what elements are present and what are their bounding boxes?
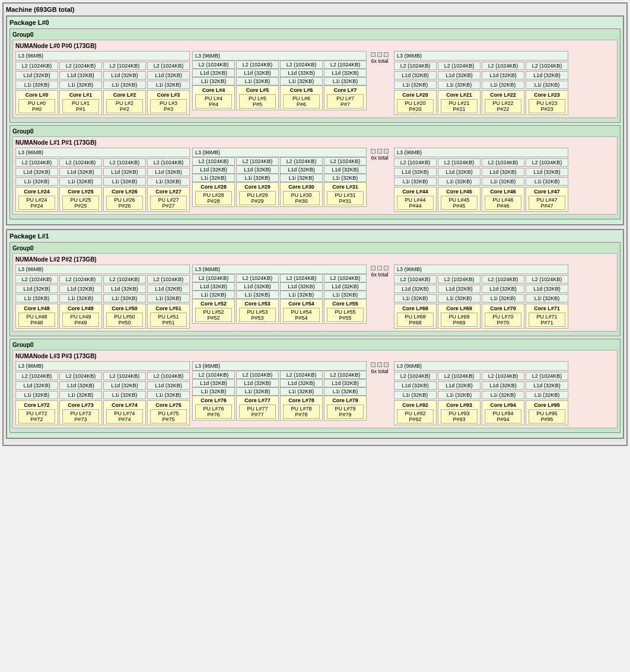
machine-box: Machine (693GB total) Package L#0 Group0… (2, 2, 628, 446)
numa-node-3-content: L3 (96MB) L2 (1024KB)L2 (1024KB)L2 (1024… (15, 361, 615, 425)
mid-cache-group-1: L3 (96MB) L2 (1024KB)L2 (1024KB)L2 (1024… (192, 148, 392, 207)
l1d-0: L1d (32KB) (15, 71, 58, 79)
pu-l20: PU L#20P#20 (397, 99, 434, 113)
l1d-22: L1d (32KB) (482, 71, 524, 79)
pu-l4: PU L#4P#4 (195, 94, 232, 109)
numa-node-3: NUMANode L#3 P#3 (173GB) L3 (96MB) L2 (1… (12, 350, 618, 428)
numa-node-3-title: NUMANode L#3 P#3 (173GB) (15, 353, 615, 359)
left-l2-row-0: L2 (1024KB) L2 (1024KB) L2 (1024KB) L2 (… (15, 62, 190, 70)
mid-l1i-row-0: L1i (32KB) L1i (32KB) L1i (32KB) L1i (32… (192, 77, 367, 85)
left-l1i-row-0: L1i (32KB) L1i (32KB) L1i (32KB) L1i (32… (15, 81, 190, 89)
core-l22: Core L#22PU L#22P#22 (482, 90, 524, 115)
pu-l23: PU L#23P#23 (529, 99, 565, 113)
l1i-6: L1i (32KB) (280, 77, 323, 85)
l1d-7: L1d (32KB) (324, 69, 367, 77)
l2-23: L2 (1024KB) (526, 62, 568, 70)
group0-numa3: Group0 NUMANode L#3 P#3 (173GB) L3 (96MB… (9, 339, 621, 433)
left-cache-group-1: L3 (96MB) L2 (1024KB)L2 (1024KB)L2 (1024… (15, 148, 190, 212)
numa-node-0-title: NUMANode L#0 P#0 (173GB) (15, 43, 615, 49)
mid-indicator-3: 6x total (368, 361, 392, 374)
l1i-23: L1i (32KB) (526, 81, 568, 89)
core-l5: Core L#5PU L#5P#5 (236, 85, 279, 110)
package-l0-title: Package L#0 (9, 19, 621, 26)
mid-l2-row-0: L2 (1024KB) L2 (1024KB) L2 (1024KB) L2 (… (192, 60, 367, 69)
group0-numa1: Group0 NUMANode L#1 P#1 (173GB) L3 (96MB… (9, 125, 621, 219)
l1d-6: L1d (32KB) (280, 69, 323, 77)
right-l2-row-0: L2 (1024KB) L2 (1024KB) L2 (1024KB) L2 (… (394, 62, 568, 70)
group0-label-3: Group0 (12, 342, 618, 348)
l1i-7: L1i (32KB) (324, 77, 367, 85)
numa-node-2-content: L3 (96MB) L2 (1024KB)L2 (1024KB)L2 (1024… (15, 265, 615, 329)
left-cache-group-0: L3 (96MB) L2 (1024KB) L2 (1024KB) L2 (10… (15, 51, 190, 115)
numa-node-1-title: NUMANode L#1 P#1 (173GB) (15, 139, 615, 146)
package-l0: Package L#0 Group0 NUMANode L#0 P#0 (173… (6, 15, 624, 225)
core-l20: Core L#20PU L#20P#20 (394, 90, 437, 115)
pu-l7: PU L#7P#7 (327, 94, 364, 109)
numa-node-0: NUMANode L#0 P#0 (173GB) L3 (96MB) L2 (1… (12, 40, 618, 118)
l2-22: L2 (1024KB) (482, 62, 524, 70)
core-l6: Core L#6PU L#6P#6 (280, 85, 323, 110)
package-l1-title: Package L#1 (9, 233, 621, 240)
pu-l3: PU L#3P#3 (150, 99, 187, 113)
l1d-20: L1d (32KB) (394, 71, 437, 79)
core-l21: Core L#21PU L#21P#21 (438, 90, 481, 115)
core-l0: Core L#0PU L#0P#0 (15, 90, 58, 115)
pu-l0: PU L#0P#0 (18, 99, 55, 113)
l1d-5: L1d (32KB) (236, 69, 279, 77)
l1d-1: L1d (32KB) (59, 71, 102, 79)
pu-l21: PU L#21P#21 (441, 99, 478, 113)
l2-20: L2 (1024KB) (394, 62, 437, 70)
dots-label-0: 6x total (371, 58, 388, 64)
l1i-22: L1i (32KB) (482, 81, 524, 89)
l2-2: L2 (1024KB) (103, 62, 146, 70)
pu-l2: PU L#2P#2 (106, 99, 143, 113)
numa-node-1-content: L3 (96MB) L2 (1024KB)L2 (1024KB)L2 (1024… (15, 148, 615, 212)
l1d-2: L1d (32KB) (103, 71, 146, 79)
l1i-4: L1i (32KB) (192, 77, 235, 85)
l1i-20: L1i (32KB) (394, 81, 437, 89)
dot-2 (377, 52, 382, 57)
core-l1: Core L#1PU L#1P#1 (59, 90, 102, 115)
l2-6: L2 (1024KB) (280, 60, 323, 69)
package-l1: Package L#1 Group0 NUMANode L#2 P#2 (173… (6, 229, 624, 439)
right-cache-group-3: L3 (96MB) L2 (1024KB)L2 (1024KB)L2 (1024… (394, 361, 568, 425)
l2-5: L2 (1024KB) (236, 60, 279, 69)
mid-l3-0: L3 (96MB) (192, 51, 367, 60)
l1i-3: L1i (32KB) (147, 81, 190, 89)
group0-label-1: Group0 (12, 128, 618, 135)
l2-1: L2 (1024KB) (59, 62, 102, 70)
group0-numa2: Group0 NUMANode L#2 P#2 (173GB) L3 (96MB… (9, 242, 621, 336)
l2-3: L2 (1024KB) (147, 62, 190, 70)
core-l7: Core L#7PU L#7P#7 (324, 85, 367, 110)
right-cache-group-0: L3 (96MB) L2 (1024KB) L2 (1024KB) L2 (10… (394, 51, 568, 115)
left-l1d-row-0: L1d (32KB) L1d (32KB) L1d (32KB) L1d (32… (15, 71, 190, 79)
left-l3-1: L3 (96MB) (15, 148, 190, 157)
core-l3: Core L#3PU L#3P#3 (147, 90, 190, 115)
right-core-row-0: Core L#20PU L#20P#20 Core L#21PU L#21P#2… (394, 90, 568, 115)
left-cache-group-3: L3 (96MB) L2 (1024KB)L2 (1024KB)L2 (1024… (15, 361, 190, 425)
pu-l5: PU L#5P#5 (239, 94, 276, 109)
group0-label-2: Group0 (12, 245, 618, 251)
pu-l1: PU L#1P#1 (62, 99, 99, 113)
l1i-1: L1i (32KB) (59, 81, 102, 89)
pu-l22: PU L#22P#22 (485, 99, 521, 113)
l2-0: L2 (1024KB) (15, 62, 58, 70)
core-l23: Core L#23PU L#23P#23 (526, 90, 568, 115)
mid-cache-group-2: L3 (96MB) L2 (1024KB)L2 (1024KB)L2 (1024… (192, 265, 392, 324)
right-cache-group-2: L3 (96MB) L2 (1024KB)L2 (1024KB)L2 (1024… (394, 265, 568, 329)
l2-4: L2 (1024KB) (192, 60, 235, 69)
left-l3-0: L3 (96MB) (15, 51, 190, 60)
mid-cache-group-0: L3 (96MB) L2 (1024KB) L2 (1024KB) L2 (10… (192, 51, 392, 110)
right-l1i-row-0: L1i (32KB) L1i (32KB) L1i (32KB) L1i (32… (394, 81, 568, 89)
mid-l1d-row-0: L1d (32KB) L1d (32KB) L1d (32KB) L1d (32… (192, 69, 367, 77)
numa-node-0-content: L3 (96MB) L2 (1024KB) L2 (1024KB) L2 (10… (15, 51, 615, 115)
group0-label: Group0 (12, 31, 618, 38)
l1d-4: L1d (32KB) (192, 69, 235, 77)
numa-node-1: NUMANode L#1 P#1 (173GB) L3 (96MB) L2 (1… (12, 136, 618, 215)
l1i-0: L1i (32KB) (15, 81, 58, 89)
mid-indicator-0: 6x total (368, 51, 392, 64)
l1d-23: L1d (32KB) (526, 71, 568, 79)
left-core-row-0: Core L#0PU L#0P#0 Core L#1PU L#1P#1 Core… (15, 90, 190, 115)
core-l4: Core L#4PU L#4P#4 (192, 85, 235, 110)
l1i-2: L1i (32KB) (103, 81, 146, 89)
